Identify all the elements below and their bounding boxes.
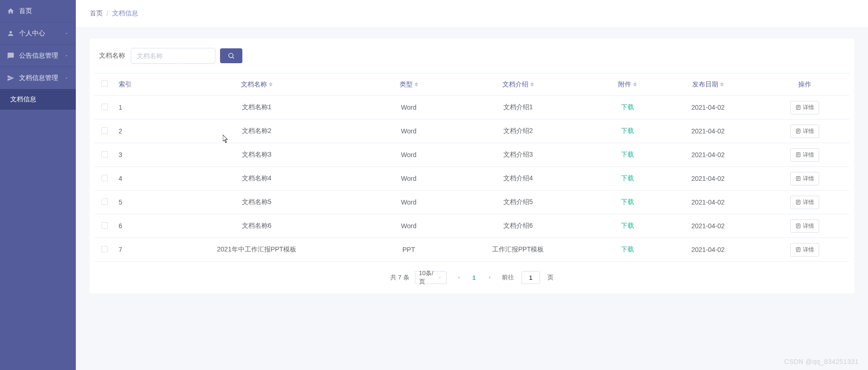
cell-type: Word: [380, 96, 437, 119]
search-bar: 文档名称: [90, 48, 854, 73]
pagination-goto-input[interactable]: [521, 271, 540, 284]
cell-date: 2021-04-02: [656, 191, 760, 214]
cell-intro: 文档介绍1: [438, 96, 599, 119]
cell-name: 文档名称2: [134, 119, 380, 143]
download-link[interactable]: 下载: [621, 222, 634, 229]
cell-name: 2021年中工作汇报PPT模板: [134, 238, 380, 262]
sidebar-item-label: 首页: [19, 7, 69, 15]
sidebar-item-label: 文档信息管理: [19, 74, 64, 82]
data-table: 索引 文档名称 类型 文档介绍 附件 发布日期 操作 1 文档名称1 Word …: [94, 73, 849, 262]
sidebar-item-label: 个人中心: [19, 29, 64, 38]
cell-index: 6: [115, 214, 134, 238]
detail-icon: [795, 176, 801, 181]
cell-index: 4: [115, 167, 134, 191]
detail-icon: [795, 128, 801, 134]
th-date[interactable]: 发布日期: [656, 73, 760, 96]
content-card: 文档名称 索引 文档名称 类型 文档介绍 附件 发布日期 操: [90, 39, 854, 293]
download-link[interactable]: 下载: [621, 127, 634, 134]
cell-index: 3: [115, 143, 134, 167]
cell-type: Word: [380, 191, 437, 214]
th-type[interactable]: 类型: [380, 73, 437, 96]
table-row: 2 文档名称2 Word 文档介绍2 下载 2021-04-02 详情: [94, 119, 849, 143]
download-link[interactable]: 下载: [621, 151, 634, 158]
chevron-down-icon: [64, 31, 69, 36]
sidebar-item-document[interactable]: 文档信息管理: [0, 67, 76, 89]
sidebar-item-home[interactable]: 首页: [0, 0, 76, 22]
sidebar-subitem-docinfo[interactable]: 文档信息: [0, 89, 76, 110]
cell-date: 2021-04-02: [656, 119, 760, 143]
cell-type: Word: [380, 119, 437, 143]
cell-name: 文档名称4: [134, 167, 380, 191]
th-attachment[interactable]: 附件: [598, 73, 656, 96]
download-link[interactable]: 下载: [621, 245, 634, 253]
th-name[interactable]: 文档名称: [134, 73, 380, 96]
pagination-goto-label: 前往: [502, 273, 514, 282]
row-checkbox[interactable]: [101, 246, 108, 252]
detail-icon: [795, 152, 801, 158]
pagination-current[interactable]: 1: [471, 274, 478, 281]
main-content: 首页 / 文档信息 文档名称 索引 文档名称 类型 文档: [76, 0, 868, 370]
chevron-down-icon: [64, 53, 69, 58]
sidebar-item-personal[interactable]: 个人中心: [0, 22, 76, 45]
row-checkbox[interactable]: [101, 222, 108, 229]
sidebar: 首页 个人中心 公告信息管理 文档信息管理 文档信息: [0, 0, 76, 370]
chevron-right-icon: [487, 275, 493, 280]
detail-button[interactable]: 详情: [790, 219, 819, 233]
cell-type: Word: [380, 214, 437, 238]
pagination-total: 共 7 条: [390, 273, 409, 282]
cell-name: 文档名称3: [134, 143, 380, 167]
cell-index: 1: [115, 96, 134, 119]
svg-point-0: [229, 53, 233, 58]
detail-button[interactable]: 详情: [790, 172, 819, 185]
pagination-prev[interactable]: [452, 271, 465, 284]
th-intro[interactable]: 文档介绍: [438, 73, 599, 96]
cell-index: 5: [115, 191, 134, 214]
download-link[interactable]: 下载: [621, 198, 634, 205]
cell-name: 文档名称6: [134, 214, 380, 238]
row-checkbox[interactable]: [101, 151, 108, 158]
table-row: 6 文档名称6 Word 文档介绍6 下载 2021-04-02 详情: [94, 214, 849, 238]
search-input[interactable]: [131, 48, 215, 64]
detail-button[interactable]: 详情: [790, 196, 819, 209]
home-icon: [7, 7, 14, 15]
sidebar-subitem-label: 文档信息: [10, 95, 36, 104]
detail-icon: [795, 105, 801, 110]
user-icon: [7, 30, 14, 37]
cell-name: 文档名称5: [134, 191, 380, 214]
chevron-left-icon: [456, 275, 461, 280]
cell-date: 2021-04-02: [656, 238, 760, 262]
row-checkbox[interactable]: [101, 198, 108, 205]
th-index[interactable]: 索引: [115, 73, 134, 96]
download-link[interactable]: 下载: [621, 174, 634, 182]
table-row: 7 2021年中工作汇报PPT模板 PPT 工作汇报PPT模板 下载 2021-…: [94, 238, 849, 262]
cell-type: PPT: [380, 238, 437, 262]
pagination: 共 7 条 10条/页 1 前往 页: [90, 271, 854, 284]
detail-button[interactable]: 详情: [790, 243, 819, 257]
pagination-next[interactable]: [483, 271, 496, 284]
search-button[interactable]: [220, 48, 242, 63]
row-checkbox[interactable]: [101, 104, 108, 110]
breadcrumb-sep: /: [107, 10, 108, 17]
table-row: 3 文档名称3 Word 文档介绍3 下载 2021-04-02 详情: [94, 143, 849, 167]
detail-button[interactable]: 详情: [790, 148, 819, 162]
row-checkbox[interactable]: [101, 127, 108, 134]
th-checkbox: [94, 73, 115, 96]
download-link[interactable]: 下载: [621, 103, 634, 111]
cell-type: Word: [380, 143, 437, 167]
cell-intro: 文档介绍4: [438, 167, 599, 191]
cell-intro: 文档介绍3: [438, 143, 599, 167]
pagination-goto-suffix: 页: [548, 273, 554, 282]
detail-icon: [795, 247, 801, 252]
cell-name: 文档名称1: [134, 96, 380, 119]
cell-date: 2021-04-02: [656, 96, 760, 119]
detail-button[interactable]: 详情: [790, 101, 819, 114]
checkbox-all[interactable]: [101, 80, 108, 87]
row-checkbox[interactable]: [101, 175, 108, 181]
th-action: 操作: [760, 73, 849, 96]
cell-intro: 文档介绍5: [438, 191, 599, 214]
detail-button[interactable]: 详情: [790, 125, 819, 138]
breadcrumb-home[interactable]: 首页: [90, 9, 103, 18]
pagination-pagesize[interactable]: 10条/页: [415, 271, 447, 284]
cell-date: 2021-04-02: [656, 143, 760, 167]
sidebar-item-notice[interactable]: 公告信息管理: [0, 45, 76, 67]
